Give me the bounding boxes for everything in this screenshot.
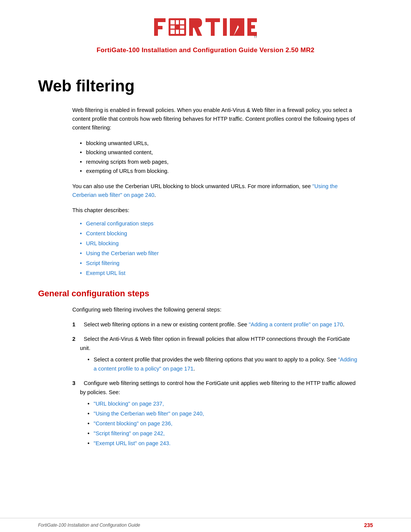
exempt-url-link[interactable]: Exempt URL list [86, 270, 125, 276]
svg-rect-13 [189, 18, 198, 22]
sub-list-item: "Script filtering" on page 242, [88, 429, 358, 438]
numbered-item-1: 1 Select web filtering options in a new … [72, 320, 358, 329]
list-item: Script filtering [80, 258, 358, 268]
item-1-text: Select web filtering options in a new or… [84, 321, 249, 328]
list-item: Exempt URL list [80, 268, 358, 278]
list-item: Content blocking [80, 228, 358, 238]
list-item: Using the Cerberian web filter [80, 248, 358, 258]
intro-bullet-list: blocking unwanted URLs, blocking unwante… [80, 139, 358, 176]
item-1-suffix: . [343, 321, 344, 328]
item-3-content: Configure web filtering settings to cont… [80, 380, 358, 448]
item-2-sub-list: Select a content profile that provides t… [88, 355, 358, 374]
numbered-item-3: 3 Configure web filtering settings to co… [72, 379, 358, 448]
svg-rect-8 [180, 26, 184, 29]
item-3-text: Configure web filtering settings to cont… [80, 380, 355, 395]
content-blocking-ref-link[interactable]: "Content blocking" on page 236, [94, 420, 172, 427]
exempt-url-ref-link[interactable]: "Exempt URL list" on page 243. [94, 440, 170, 446]
item-1-content: Select web filtering options in a new or… [84, 321, 344, 328]
page-title: Web filtering [38, 77, 373, 95]
main-content: Web filtering Web filtering is enabled i… [0, 62, 411, 518]
footer-page-number: 235 [364, 522, 373, 528]
svg-rect-5 [176, 20, 179, 24]
svg-rect-7 [170, 26, 175, 29]
general-config-link[interactable]: General configuration steps [86, 220, 153, 227]
header: TM FortiGate-100 Installation and Config… [0, 0, 411, 62]
sub-item-suffix: . [193, 366, 195, 372]
svg-rect-10 [176, 30, 179, 34]
list-item: General configuration steps [80, 219, 358, 228]
cerberian-ref-link[interactable]: "Using the Cerberian web filter" on page… [94, 411, 204, 417]
sub-list-item: "URL blocking" on page 237, [88, 399, 358, 409]
url-blocking-ref-link[interactable]: "URL blocking" on page 237, [94, 401, 164, 407]
cerberian-paragraph: You can also use the Cerberian URL block… [72, 182, 358, 200]
cerberian-suffix: . [155, 192, 156, 198]
footer-text: FortiGate-100 Installation and Configura… [38, 522, 140, 528]
section-heading: General configuration steps [38, 289, 373, 299]
cerberian-text: You can also use the Cerberian URL block… [72, 183, 312, 189]
logo-container: TM [154, 15, 257, 40]
content-blocking-link[interactable]: Content blocking [86, 230, 127, 236]
chapter-describes-text: This chapter describes: [72, 206, 358, 215]
sub-list-item: "Using the Cerberian web filter" on page… [88, 409, 358, 419]
fortinet-logo: TM [154, 15, 257, 39]
url-blocking-link[interactable]: URL blocking [86, 240, 119, 246]
script-filtering-ref-link[interactable]: "Script filtering" on page 242, [94, 430, 165, 436]
svg-rect-15 [193, 24, 193, 27]
numbered-item-2: 2 Select the Anti-Virus & Web filter opt… [72, 335, 358, 374]
page-container: TM FortiGate-100 Installation and Config… [0, 0, 411, 532]
numbered-list: 1 Select web filtering options in a new … [72, 320, 358, 448]
svg-rect-9 [170, 30, 175, 34]
item-3-sub-list: "URL blocking" on page 237, "Using the C… [88, 399, 358, 448]
intro-paragraph: Web filtering is enabled in firewall pol… [72, 106, 358, 133]
list-item: blocking unwanted content, [80, 148, 358, 157]
item-number-1: 1 [72, 320, 75, 329]
item-number-3: 3 [72, 379, 75, 388]
svg-rect-1 [154, 18, 166, 22]
svg-rect-25 [247, 18, 257, 22]
sub-item-text: Select a content profile that provides t… [94, 356, 338, 363]
svg-rect-11 [180, 30, 184, 34]
sub-list-item: "Exempt URL list" on page 243. [88, 439, 358, 448]
section-intro: Configuring web filtering involves the f… [72, 305, 358, 314]
svg-rect-4 [170, 20, 175, 24]
svg-rect-17 [211, 18, 215, 36]
svg-rect-6 [180, 20, 184, 24]
svg-text:TM: TM [254, 35, 257, 39]
svg-rect-26 [247, 25, 255, 29]
svg-rect-19 [230, 18, 234, 36]
list-item: exempting of URLs from blocking. [80, 166, 358, 176]
footer: FortiGate-100 Installation and Configura… [0, 518, 411, 532]
svg-rect-2 [154, 26, 162, 29]
sub-list-item: Select a content profile that provides t… [88, 355, 358, 374]
subtitle: FortiGate-100 Installation and Configura… [97, 46, 315, 54]
sub-list-item: "Content blocking" on page 236, [88, 419, 358, 428]
item-number-2: 2 [72, 335, 75, 344]
chapter-link-list: General configuration steps Content bloc… [80, 219, 358, 278]
item-2-content: Select the Anti-Virus & Web filter optio… [80, 336, 358, 374]
svg-rect-18 [223, 18, 227, 36]
svg-rect-20 [241, 18, 244, 36]
list-item: blocking unwanted URLs, [80, 139, 358, 148]
content-profile-link[interactable]: "Adding a content profile" on page 170 [249, 321, 343, 328]
item-2-text: Select the Anti-Virus & Web filter optio… [80, 336, 350, 351]
cerberian-filter-link[interactable]: Using the Cerberian web filter [86, 250, 159, 256]
list-item: URL blocking [80, 238, 358, 248]
script-filtering-link[interactable]: Script filtering [86, 260, 119, 266]
list-item: removing scripts from web pages, [80, 157, 358, 167]
